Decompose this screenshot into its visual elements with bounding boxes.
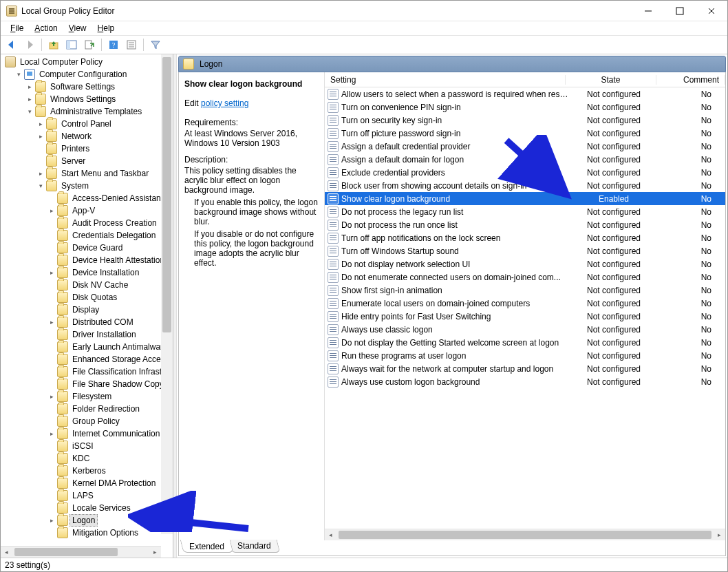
tree-horizontal-scrollbar[interactable]: ◂ ▸ [1, 546, 161, 558]
tree-system-child[interactable]: KDC [2, 452, 173, 465]
expand-icon[interactable]: ▸ [47, 206, 56, 215]
policy-row[interactable]: Turn off Windows Startup soundNot config… [325, 244, 725, 257]
tree-system-child[interactable]: Device Health Attestation [2, 254, 173, 266]
policy-tree[interactable]: Local Computer Policy ▾ Computer Configu… [1, 54, 173, 540]
scrollbar-thumb[interactable] [14, 548, 118, 556]
tree-system-child[interactable]: Folder Redirection [2, 403, 173, 415]
policy-row[interactable]: Block user from showing account details … [325, 179, 725, 192]
tree-windows-settings[interactable]: ▸ Windows Settings [2, 93, 173, 105]
expand-icon[interactable]: ▸ [36, 120, 45, 128]
scroll-left-icon[interactable]: ◂ [1, 547, 12, 558]
tree-system-child[interactable]: Kernel DMA Protection [2, 477, 173, 489]
tree-system-child[interactable]: Access-Denied Assistance [2, 192, 173, 204]
expand-icon[interactable]: ▸ [25, 95, 34, 103]
policy-row[interactable]: Always use custom logon backgroundNot co… [325, 375, 725, 388]
menu-view[interactable]: View [63, 22, 92, 34]
policy-row[interactable]: Turn off picture password sign-inNot con… [325, 127, 725, 140]
tree-root[interactable]: Local Computer Policy [2, 56, 173, 68]
tree-software-settings[interactable]: ▸ Software Settings [2, 81, 173, 93]
tree-admin-templates[interactable]: ▾ Administrative Templates [2, 105, 173, 118]
tree-computer-configuration[interactable]: ▾ Computer Configuration [2, 68, 173, 81]
expand-icon[interactable]: ▸ [47, 516, 56, 525]
tree-system-child[interactable]: ▸Device Installation [2, 266, 173, 279]
policy-row[interactable]: Turn off app notifications on the lock s… [325, 231, 725, 244]
menu-help[interactable]: Help [92, 22, 120, 34]
policy-row[interactable]: Do not display the Getting Started welco… [325, 336, 725, 349]
tree-system[interactable]: ▾ System [2, 180, 173, 192]
tree-system-child[interactable]: ▸Filesystem [2, 390, 173, 403]
expand-icon[interactable]: ▸ [47, 268, 56, 277]
tree-system-child[interactable]: File Classification Infrastructure [2, 366, 173, 378]
policy-row[interactable]: Assign a default credential providerNot … [325, 140, 725, 153]
tree-system-child[interactable]: Early Launch Antimalware [2, 341, 173, 353]
tree-system-child[interactable]: Audit Process Creation [2, 217, 173, 229]
tab-extended[interactable]: Extended [180, 540, 233, 553]
tab-standard[interactable]: Standard [228, 540, 279, 553]
tree-vertical-scrollbar[interactable] [161, 54, 173, 534]
menu-action[interactable]: Action [29, 22, 63, 34]
tree-system-child[interactable]: Disk Quotas [2, 291, 173, 304]
show-hide-tree-button[interactable] [63, 37, 80, 52]
tree-system-child[interactable]: LAPS [2, 489, 173, 502]
tree-system-child[interactable]: ▸App-V [2, 204, 173, 217]
expand-icon[interactable]: ▸ [36, 169, 45, 178]
scroll-right-icon[interactable]: ▸ [149, 547, 161, 558]
policy-row[interactable]: Hide entry points for Fast User Switchin… [325, 310, 725, 323]
column-comment[interactable]: Comment [656, 75, 725, 85]
scroll-left-icon[interactable]: ◂ [325, 529, 336, 540]
scrollbar-thumb[interactable] [339, 531, 711, 539]
tree-system-child[interactable]: Locale Services [2, 502, 173, 514]
tree-server[interactable]: Server [2, 155, 173, 167]
minimize-button[interactable] [632, 1, 664, 21]
policy-row[interactable]: Do not enumerate connected users on doma… [325, 271, 725, 284]
expand-icon[interactable]: ▸ [25, 83, 34, 91]
properties-button[interactable] [123, 37, 140, 52]
policy-row[interactable]: Turn on convenience PIN sign-inNot confi… [325, 100, 725, 114]
column-setting[interactable]: Setting [325, 75, 566, 85]
back-button[interactable] [3, 37, 20, 52]
tree-start-menu[interactable]: ▸ Start Menu and Taskbar [2, 167, 173, 180]
up-folder-button[interactable] [45, 37, 62, 52]
tree-system-child[interactable]: Mitigation Options [2, 527, 173, 539]
tree-system-child[interactable]: Device Guard [2, 242, 173, 254]
collapse-icon[interactable]: ▾ [25, 107, 34, 116]
policy-row[interactable]: Allow users to select when a password is… [325, 87, 725, 100]
policy-row[interactable]: Do not process the legacy run listNot co… [325, 205, 725, 218]
filter-button[interactable] [147, 37, 164, 52]
tree-system-child[interactable]: File Share Shadow Copy Provider [2, 378, 173, 390]
scroll-right-icon[interactable]: ▸ [714, 529, 725, 540]
tree-network[interactable]: ▸ Network [2, 130, 173, 142]
policy-row[interactable]: Turn on security key sign-inNot configur… [325, 114, 725, 127]
scrollbar-thumb[interactable] [162, 57, 171, 332]
expand-icon[interactable]: ▸ [47, 318, 56, 326]
tree-system-child[interactable]: Group Policy [2, 415, 173, 427]
policy-row[interactable]: Always use classic logonNot configuredNo [325, 323, 725, 336]
close-button[interactable] [696, 1, 727, 21]
tree-system-child[interactable]: Kerberos [2, 465, 173, 477]
policy-row[interactable]: Do not process the run once listNot conf… [325, 218, 725, 231]
tree-control-panel[interactable]: ▸ Control Panel [2, 118, 173, 130]
expand-icon[interactable]: ▸ [36, 132, 45, 140]
maximize-button[interactable] [664, 1, 696, 21]
tree-system-child[interactable]: Driver Installation [2, 328, 173, 341]
tree-system-child[interactable]: Disk NV Cache [2, 279, 173, 291]
help-button[interactable]: ? [105, 37, 122, 52]
collapse-icon[interactable]: ▾ [36, 182, 45, 190]
tree-system-child[interactable]: Enhanced Storage Access [2, 353, 173, 366]
menu-file[interactable]: File [5, 22, 29, 34]
expand-icon[interactable]: ▸ [47, 392, 56, 401]
tree-system-child[interactable]: ▸Logon [2, 514, 173, 527]
tree-system-child[interactable]: ▸Distributed COM [2, 316, 173, 328]
column-state[interactable]: State [566, 75, 656, 85]
policy-row[interactable]: Show first sign-in animationNot configur… [325, 284, 725, 297]
forward-button[interactable] [21, 37, 38, 52]
edit-policy-link[interactable]: policy setting [201, 98, 248, 108]
expand-icon[interactable]: ▸ [47, 430, 56, 438]
collapse-icon[interactable]: ▾ [14, 70, 23, 78]
policy-row[interactable]: Do not display network selection UINot c… [325, 257, 725, 271]
tree-system-child[interactable]: iSCSI [2, 440, 173, 452]
policy-row[interactable]: Show clear logon backgroundEnabledNo [325, 192, 725, 205]
list-horizontal-scrollbar[interactable]: ◂ ▸ [325, 529, 725, 540]
tree-system-child[interactable]: ▸Internet Communication Management [2, 427, 173, 440]
export-list-button[interactable] [81, 37, 98, 52]
